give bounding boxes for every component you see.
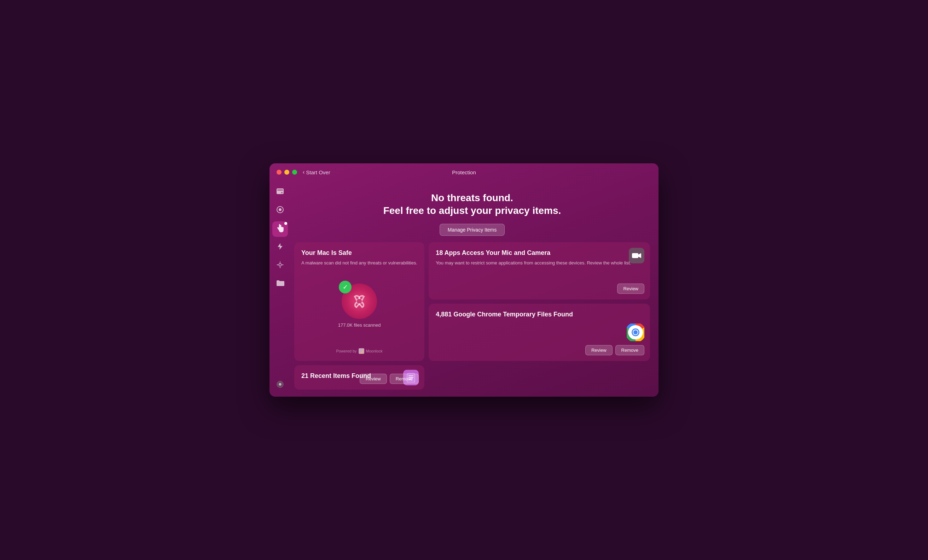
disk-icon — [276, 187, 284, 198]
sidebar-item-disk[interactable] — [272, 185, 288, 200]
powered-by: Powered by 🌙 Moonlock — [301, 345, 417, 354]
folder-icon — [276, 279, 284, 289]
sidebar-item-tool[interactable] — [272, 258, 288, 274]
wrench-icon — [276, 261, 284, 271]
safe-illustration: ✓ 177.0K files scanned — [301, 266, 417, 345]
hand-icon — [276, 223, 285, 235]
svg-point-7 — [279, 383, 281, 385]
svg-rect-9 — [632, 253, 638, 258]
sidebar-item-lightning[interactable] — [272, 240, 288, 255]
sidebar-item-settings[interactable] — [272, 378, 288, 393]
svg-point-13 — [633, 330, 638, 334]
window-title: Protection — [452, 169, 476, 175]
shield-check-badge: ✓ — [339, 281, 351, 293]
camera-card-title: 18 Apps Access Your Mic and Camera — [436, 249, 643, 257]
recent-remove-button[interactable]: Remove — [390, 374, 419, 384]
chrome-remove-button[interactable]: Remove — [615, 345, 644, 355]
back-chevron-icon: ‹ — [303, 169, 304, 175]
maximize-button[interactable] — [292, 170, 297, 175]
camera-icon-badge — [629, 248, 644, 263]
back-button[interactable]: ‹ Start Over — [303, 169, 330, 175]
chrome-card-title: 4,881 Google Chrome Temporary Files Foun… — [436, 311, 643, 318]
recent-card-actions: Review Remove — [360, 374, 419, 384]
traffic-lights — [276, 170, 297, 175]
chrome-card-actions: Review Remove — [585, 345, 644, 355]
svg-point-5 — [279, 263, 281, 266]
titlebar: ‹ Start Over Protection — [270, 163, 658, 181]
app-window: ‹ Start Over Protection — [270, 163, 658, 397]
back-label: Start Over — [306, 169, 330, 175]
main-layout: No threats found. Feel free to adjust yo… — [270, 181, 658, 397]
target-icon — [276, 205, 284, 216]
safe-card-desc: A malware scan did not find any threats … — [301, 259, 417, 267]
files-scanned-text: 177.0K files scanned — [338, 322, 381, 328]
chrome-card: 4,881 Google Chrome Temporary Files Foun… — [429, 304, 650, 361]
main-content: No threats found. Feel free to adjust yo… — [291, 181, 658, 397]
camera-review-button[interactable]: Review — [617, 284, 644, 294]
camera-card-desc: You may want to restrict some applicatio… — [436, 259, 643, 267]
hero-section: No threats found. Feel free to adjust yo… — [294, 185, 650, 242]
sidebar-item-folder[interactable] — [272, 276, 288, 292]
sidebar-item-target[interactable] — [272, 203, 288, 218]
powered-by-label: Powered by — [336, 349, 357, 353]
sidebar — [270, 181, 291, 397]
hero-subtitle: Feel free to adjust your privacy items. — [294, 204, 650, 217]
safe-card: Your Mac Is Safe A malware scan did not … — [294, 242, 424, 361]
settings-icon — [276, 380, 284, 390]
moonlock-icon: 🌙 — [359, 348, 364, 354]
recent-card: 21 Recent Items Found Review Remove — [294, 365, 424, 390]
svg-point-4 — [279, 208, 281, 211]
svg-rect-1 — [277, 189, 283, 191]
safe-card-title: Your Mac Is Safe — [301, 249, 417, 257]
minimize-button[interactable] — [284, 170, 289, 175]
chrome-review-button[interactable]: Review — [585, 345, 612, 355]
chrome-icon — [627, 323, 644, 341]
camera-card: 18 Apps Access Your Mic and Camera You m… — [429, 242, 650, 299]
svg-rect-0 — [276, 188, 284, 194]
svg-point-8 — [357, 298, 362, 304]
active-indicator — [284, 222, 287, 225]
svg-point-2 — [281, 192, 282, 194]
lightning-icon — [276, 243, 284, 252]
moonlock-brand: Moonlock — [366, 349, 383, 353]
cards-grid: Your Mac Is Safe A malware scan did not … — [294, 242, 650, 390]
recent-review-button[interactable]: Review — [360, 374, 387, 384]
sidebar-item-protection[interactable] — [272, 221, 288, 237]
close-button[interactable] — [276, 170, 281, 175]
manage-privacy-button[interactable]: Manage Privacy Items — [440, 224, 505, 236]
hero-title: No threats found. — [294, 192, 650, 204]
biohazard-container: ✓ — [342, 284, 377, 319]
